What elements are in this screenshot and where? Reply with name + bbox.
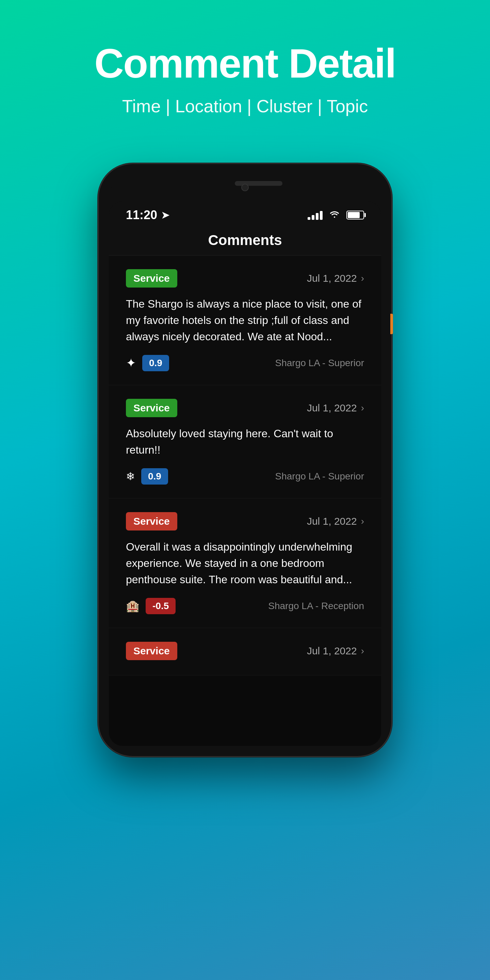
nav-title: Comments [208, 232, 282, 248]
status-time: 11:20 ➤ [126, 208, 169, 222]
date-text-4: Jul 1, 2022 [307, 645, 357, 657]
header-section: Comment Detail Time | Location | Cluster… [0, 0, 490, 143]
comment-footer-2: ❄ 0.9 Shargo LA - Superior [126, 468, 364, 485]
comment-card-4[interactable]: Service Jul 1, 2022 › [109, 628, 381, 675]
battery-fill [348, 212, 360, 218]
phone-frame: 11:20 ➤ [99, 164, 391, 756]
date-text-1: Jul 1, 2022 [307, 272, 357, 284]
hotel-icon-3: 🏨 [126, 600, 140, 612]
chevron-right-icon-1: › [361, 273, 364, 284]
comment-footer-1: ✦ 0.9 Shargo LA - Superior [126, 355, 364, 371]
location-arrow-icon: ➤ [161, 210, 169, 221]
comment-text-2: Absolutely loved staying here. Can't wai… [126, 425, 364, 458]
snowflake-icon-2: ❄ [126, 470, 135, 483]
score-area-3: 🏨 -0.5 [126, 598, 176, 614]
chevron-right-icon-2: › [361, 402, 364, 414]
score-area-2: ❄ 0.9 [126, 468, 168, 485]
phone-notch [109, 174, 381, 202]
comment-card-2[interactable]: Service Jul 1, 2022 › Absolutely loved s… [109, 385, 381, 498]
side-button-orange [390, 314, 393, 334]
comments-list[interactable]: Service Jul 1, 2022 › The Shargo is alwa… [109, 256, 381, 675]
page-subtitle: Time | Location | Cluster | Topic [27, 96, 463, 116]
score-badge-1: 0.9 [142, 355, 169, 371]
chevron-right-icon-3: › [361, 516, 364, 527]
date-text-2: Jul 1, 2022 [307, 402, 357, 414]
comment-header-3: Service Jul 1, 2022 › [126, 512, 364, 530]
comment-date-2: Jul 1, 2022 › [307, 402, 364, 414]
comment-date-3: Jul 1, 2022 › [307, 515, 364, 527]
comment-date-4: Jul 1, 2022 › [307, 645, 364, 657]
page-title: Comment Detail [27, 41, 463, 86]
score-badge-3: -0.5 [146, 598, 176, 614]
status-icons [308, 209, 364, 221]
wifi-icon [329, 209, 340, 221]
navigation-bar: Comments [109, 225, 381, 256]
signal-bar-4 [320, 211, 323, 220]
service-badge-3[interactable]: Service [126, 512, 177, 530]
phone-mockup: 11:20 ➤ [99, 164, 391, 756]
date-text-3: Jul 1, 2022 [307, 515, 357, 527]
comment-text-1: The Shargo is always a nice place to vis… [126, 296, 364, 345]
signal-bar-3 [316, 213, 318, 220]
comment-header-4: Service Jul 1, 2022 › [126, 642, 364, 660]
signal-bar-2 [312, 215, 314, 220]
signal-bar-1 [308, 217, 310, 220]
score-area-1: ✦ 0.9 [126, 355, 169, 371]
service-badge-4[interactable]: Service [126, 642, 177, 660]
comment-header-1: Service Jul 1, 2022 › [126, 269, 364, 288]
location-text-3: Shargo LA - Reception [268, 601, 364, 611]
time-display: 11:20 [126, 208, 157, 222]
comment-text-3: Overall it was a disappointingly underwh… [126, 539, 364, 588]
phone-camera [241, 184, 249, 191]
chevron-right-icon-4: › [361, 646, 364, 656]
service-badge-2[interactable]: Service [126, 399, 177, 417]
battery-icon [347, 211, 364, 220]
score-badge-2: 0.9 [141, 468, 168, 485]
sparkle-icon-1: ✦ [126, 356, 136, 370]
location-text-1: Shargo LA - Superior [275, 358, 364, 369]
comment-card-3[interactable]: Service Jul 1, 2022 › Overall it was a d… [109, 498, 381, 628]
location-text-2: Shargo LA - Superior [275, 471, 364, 482]
service-badge-1[interactable]: Service [126, 269, 177, 288]
comment-footer-3: 🏨 -0.5 Shargo LA - Reception [126, 598, 364, 614]
comment-card-1[interactable]: Service Jul 1, 2022 › The Shargo is alwa… [109, 256, 381, 385]
phone-screen: 11:20 ➤ [109, 202, 381, 746]
signal-bars-icon [308, 210, 323, 220]
status-bar: 11:20 ➤ [109, 202, 381, 225]
comment-header-2: Service Jul 1, 2022 › [126, 399, 364, 417]
comment-date-1: Jul 1, 2022 › [307, 272, 364, 284]
